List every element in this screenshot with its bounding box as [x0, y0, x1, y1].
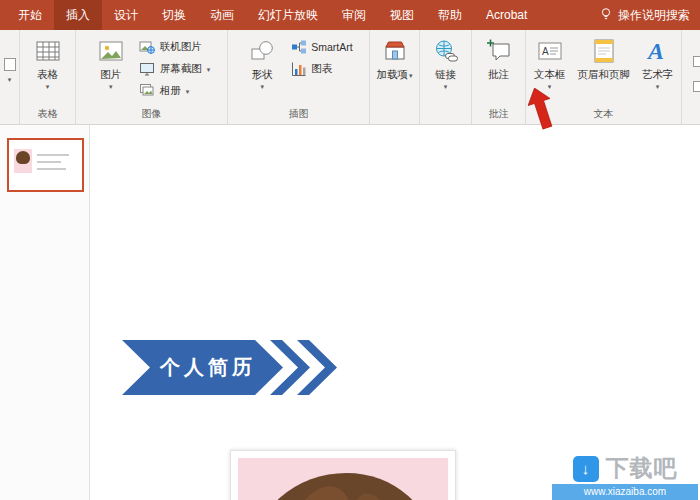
- tab-slide-show[interactable]: 幻灯片放映: [246, 0, 330, 30]
- slide-thumbnail-1[interactable]: [7, 138, 84, 192]
- slide-portrait-photo[interactable]: [230, 450, 456, 500]
- picture-icon: [97, 37, 125, 65]
- shapes-button[interactable]: 形状 ▾: [239, 34, 285, 90]
- online-pictures-label: 联机图片: [160, 40, 202, 54]
- chevron-down-icon: ▾: [8, 76, 12, 83]
- wordart-icon: A: [644, 37, 672, 65]
- powerpoint-window: 开始 插入 设计 切换 动画 幻灯片放映 审阅 视图 帮助 Acrobat 操作…: [0, 0, 700, 500]
- screenshot-label: 屏幕截图: [160, 62, 202, 76]
- smartart-button[interactable]: SmartArt: [285, 36, 357, 58]
- table-icon: [34, 37, 62, 65]
- tab-transitions[interactable]: 切换: [150, 0, 198, 30]
- watermark-url: www.xiazaiba.com: [552, 484, 698, 500]
- ribbon-group-addins: 加载项▾: [370, 30, 420, 124]
- clipped-button-icon[interactable]: [4, 58, 16, 71]
- add-ins-button[interactable]: 加载项▾: [372, 34, 418, 80]
- ribbon-tab-bar: 开始 插入 设计 切换 动画 幻灯片放映 审阅 视图 帮助 Acrobat 操作…: [0, 0, 700, 30]
- tell-me-search[interactable]: 操作说明搜索: [589, 0, 700, 30]
- online-pictures-icon: [139, 39, 156, 56]
- photo-album-button[interactable]: 相册 ▾: [134, 80, 216, 102]
- online-pictures-button[interactable]: 联机图片: [134, 36, 216, 58]
- ribbon-group-illustrations: 形状 ▾ SmartArt 图表 插图: [228, 30, 370, 124]
- ribbon: ▾ 表格 ▾ 表格 图片 ▾: [0, 30, 700, 125]
- portrait-background: [238, 458, 448, 500]
- group-label-illustrations: 插图: [228, 107, 369, 124]
- photo-album-label: 相册: [160, 84, 181, 98]
- header-footer-button[interactable]: 页眉和页脚: [573, 34, 635, 82]
- ribbon-group-images: 图片 ▾ 联机图片 屏幕截图 ▾ 相册: [76, 30, 228, 124]
- link-icon: [432, 37, 460, 65]
- clipped-button-icon[interactable]: [693, 56, 700, 67]
- new-comment-button[interactable]: 批注: [476, 34, 522, 82]
- add-ins-button-label: 加载项: [377, 68, 409, 80]
- thumbnail-text-line: [37, 154, 69, 156]
- ribbon-group-table: 表格 ▾ 表格: [20, 30, 76, 124]
- chevron-down-icon: ▾: [186, 88, 190, 95]
- wordart-button-label: 艺术字: [642, 68, 674, 82]
- slide-thumbnail-panel: [0, 125, 90, 500]
- smartart-icon: [290, 39, 307, 56]
- ribbon-group-clipped-left: ▾: [0, 30, 20, 124]
- lightbulb-icon: [599, 7, 613, 24]
- thumbnail-photo: [14, 149, 32, 173]
- text-box-icon: A: [536, 37, 564, 65]
- thumbnail-text-line: [37, 168, 66, 170]
- table-button-label: 表格: [37, 68, 58, 82]
- tab-acrobat[interactable]: Acrobat: [474, 0, 539, 30]
- chevron-down-icon: ▾: [409, 72, 413, 79]
- chevron-down-icon: ▾: [207, 66, 211, 73]
- photo-album-icon: [139, 83, 156, 100]
- chevron-down-icon: ▾: [548, 83, 552, 90]
- chevron-down-icon: ▾: [444, 83, 448, 90]
- resume-title-banner[interactable]: 个人简历: [122, 340, 342, 395]
- new-comment-button-label: 批注: [488, 68, 509, 82]
- group-label-table: 表格: [20, 107, 75, 124]
- ribbon-group-comments: 批注 批注: [472, 30, 526, 124]
- table-button[interactable]: 表格 ▾: [25, 34, 71, 90]
- chevron-down-icon: ▾: [46, 83, 50, 90]
- link-button[interactable]: 链接 ▾: [423, 34, 469, 90]
- chevron-down-icon: ▾: [109, 83, 113, 90]
- shapes-icon: [248, 37, 276, 65]
- tab-review[interactable]: 审阅: [330, 0, 378, 30]
- tab-home[interactable]: 开始: [6, 0, 54, 30]
- tab-help[interactable]: 帮助: [426, 0, 474, 30]
- ribbon-group-links: 链接 ▾: [420, 30, 472, 124]
- screenshot-icon: [139, 61, 156, 78]
- chart-button[interactable]: 图表: [285, 58, 357, 80]
- thumbnail-hair-shape: [16, 151, 30, 164]
- chevron-down-icon: ▾: [656, 83, 660, 90]
- chart-icon: [290, 61, 307, 78]
- header-footer-button-label: 页眉和页脚: [577, 68, 630, 82]
- new-comment-icon: [485, 37, 513, 65]
- watermark: ↓ 下载吧 www.xiazaiba.com: [552, 453, 698, 500]
- tab-insert[interactable]: 插入: [54, 0, 102, 30]
- add-ins-icon: [381, 37, 409, 65]
- text-box-button[interactable]: A 文本框 ▾: [527, 34, 573, 90]
- pictures-button-label: 图片: [100, 68, 121, 82]
- banner-title: 个人简历: [160, 354, 256, 381]
- group-label-images: 图像: [76, 107, 227, 124]
- text-box-button-label: 文本框: [534, 68, 566, 82]
- clipped-button-icon[interactable]: [693, 81, 700, 92]
- ribbon-group-clipped-right: [682, 30, 700, 124]
- chart-label: 图表: [311, 62, 332, 76]
- link-button-label: 链接: [435, 68, 456, 82]
- tab-design[interactable]: 设计: [102, 0, 150, 30]
- pictures-button[interactable]: 图片 ▾: [88, 34, 134, 90]
- xiazaiba-logo-icon: ↓: [573, 456, 599, 482]
- group-label-comments: 批注: [472, 107, 525, 124]
- tab-view[interactable]: 视图: [378, 0, 426, 30]
- header-footer-icon: [590, 37, 618, 65]
- shapes-button-label: 形状: [252, 68, 273, 82]
- svg-text:A: A: [646, 38, 664, 64]
- tell-me-label: 操作说明搜索: [618, 7, 690, 24]
- wordart-button[interactable]: A 艺术字 ▾: [635, 34, 681, 90]
- slide-canvas: 个人简历: [90, 125, 700, 500]
- chevron-down-icon: ▾: [261, 83, 265, 90]
- screenshot-button[interactable]: 屏幕截图 ▾: [134, 58, 216, 80]
- watermark-site-name: 下载吧: [606, 453, 678, 484]
- smartart-label: SmartArt: [311, 41, 352, 53]
- thumbnail-text-line: [37, 161, 61, 163]
- tab-animations[interactable]: 动画: [198, 0, 246, 30]
